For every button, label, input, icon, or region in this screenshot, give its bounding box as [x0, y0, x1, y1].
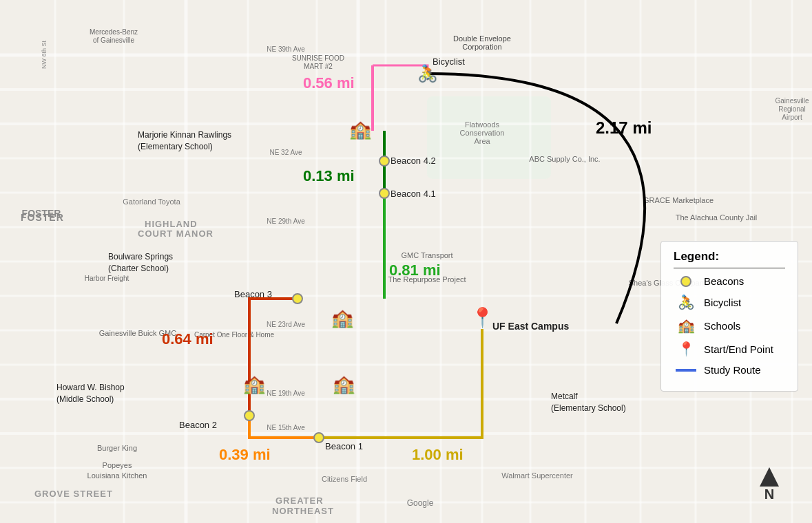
svg-text:Conservation: Conservation — [460, 129, 505, 137]
svg-text:NE 15th Ave: NE 15th Ave — [267, 424, 305, 431]
svg-text:NE 32 Ave: NE 32 Ave — [269, 149, 302, 156]
svg-text:Corporation: Corporation — [462, 43, 501, 51]
legend-bicyclist-label: Bicyclist — [704, 297, 741, 308]
svg-text:GMC Transport: GMC Transport — [401, 251, 452, 259]
school-icon-howard-1: 🏫 — [243, 374, 265, 395]
bicyclist-label: Bicyclist — [433, 56, 465, 67]
beacon-1 — [313, 432, 324, 443]
svg-text:The Repurpose Project: The Repurpose Project — [388, 275, 466, 284]
legend-schools-label: Schools — [704, 320, 740, 332]
svg-text:NE 39th Ave: NE 39th Ave — [267, 45, 305, 53]
svg-text:NE 23rd Ave: NE 23rd Ave — [267, 321, 305, 328]
svg-text:Burger King: Burger King — [97, 444, 137, 452]
legend-pin-icon: 📍 — [674, 341, 698, 357]
uf-east-label: UF East Campus — [492, 321, 569, 332]
place-highland: HIGHLAND — [145, 219, 198, 229]
north-arrow: N — [760, 467, 779, 502]
beacon-2-label: Beacon 2 — [179, 420, 217, 430]
legend-item-start-end: 📍 Start/End Point — [674, 341, 785, 357]
school-label-boulware: Boulware Springs(Charter School) — [108, 251, 173, 275]
legend-route-icon — [674, 369, 698, 372]
svg-text:of Gainesville: of Gainesville — [93, 36, 134, 44]
svg-text:Gainesville Buick GMC: Gainesville Buick GMC — [99, 329, 177, 337]
legend-beacon-icon — [674, 276, 698, 287]
svg-text:Gatorland Toyota: Gatorland Toyota — [123, 198, 180, 206]
svg-text:Regional: Regional — [778, 105, 805, 113]
beacon-3 — [292, 293, 303, 304]
svg-text:Airport: Airport — [782, 114, 802, 121]
svg-text:NE 29th Ave: NE 29th Ave — [267, 217, 305, 225]
bicyclist-icon: 🚴 — [417, 64, 438, 83]
legend-item-schools: 🏫 Schools — [674, 317, 785, 334]
beacon-41-label: Beacon 4.1 — [391, 189, 436, 199]
svg-text:Harbor Freight: Harbor Freight — [85, 275, 129, 282]
place-grove-street: GROVE STREET — [34, 489, 113, 499]
svg-text:Mercedes-Benz: Mercedes-Benz — [90, 28, 138, 36]
legend-title: Legend: — [674, 250, 785, 264]
svg-text:Citizens Field: Citizens Field — [322, 475, 367, 483]
svg-text:Flatwoods: Flatwoods — [465, 120, 500, 129]
legend-box: Legend: Beacons 🚴 Bicyclist 🏫 Schools 📍 … — [660, 241, 798, 392]
svg-text:MART #2: MART #2 — [304, 63, 333, 70]
svg-text:Google: Google — [407, 498, 434, 508]
legend-beacons-label: Beacons — [704, 275, 744, 287]
legend-study-route-label: Study Route — [704, 364, 761, 376]
north-arrow-triangle — [760, 467, 779, 487]
svg-text:Walmart Supercenter: Walmart Supercenter — [501, 471, 573, 480]
beacon-41 — [379, 188, 390, 199]
school-label-metcalf: Metcalf(Elementary School) — [551, 391, 626, 414]
legend-start-end-label: Start/End Point — [704, 343, 773, 355]
school-icon-boulware: 🏫 — [331, 308, 353, 329]
svg-text:NE 19th Ave: NE 19th Ave — [267, 389, 305, 397]
legend-item-study-route: Study Route — [674, 364, 785, 376]
legend-bicyclist-icon: 🚴 — [674, 294, 698, 310]
school-label-howard: Howard W. Bishop(Middle School) — [56, 382, 125, 405]
school-icon-howard-2: 🏫 — [333, 374, 355, 395]
svg-text:Area: Area — [474, 137, 490, 145]
legend-item-beacons: Beacons — [674, 275, 785, 287]
map-container: NE 39th Ave NE 32 Ave NE 29th Ave NE 23r… — [0, 0, 812, 523]
place-foster: FOSTER — [21, 212, 64, 223]
svg-text:SUNRISE FOOD: SUNRISE FOOD — [292, 54, 344, 62]
svg-text:NW 6th St: NW 6th St — [41, 40, 48, 69]
svg-text:Carpet One Floor & Home: Carpet One Floor & Home — [194, 331, 275, 339]
beacon-42-label: Beacon 4.2 — [391, 156, 436, 166]
beacon-3-label: Beacon 3 — [234, 289, 272, 299]
start-end-icon: 📍 — [470, 306, 495, 329]
svg-text:ABC Supply Co., Inc.: ABC Supply Co., Inc. — [529, 155, 600, 163]
beacon-42 — [379, 156, 390, 167]
place-court-manor: COURT MANOR — [138, 228, 214, 239]
beacon-1-label: Beacon 1 — [325, 441, 363, 451]
school-icon-marjorie: 🏫 — [349, 119, 371, 140]
svg-text:The Alachua County Jail: The Alachua County Jail — [676, 213, 758, 222]
svg-text:Double Envelope: Double Envelope — [453, 34, 511, 43]
svg-text:Gainesville: Gainesville — [775, 97, 809, 105]
svg-text:Popeyes: Popeyes — [103, 461, 132, 469]
place-northeast: NORTHEAST — [272, 506, 334, 516]
legend-school-icon: 🏫 — [674, 317, 698, 334]
place-greater-ne: GREATER — [275, 495, 324, 506]
svg-text:GRACE Marketplace: GRACE Marketplace — [643, 196, 714, 204]
svg-text:Louisiana Kitchen: Louisiana Kitchen — [87, 471, 147, 480]
beacon-2 — [244, 410, 255, 421]
north-arrow-label: N — [760, 487, 779, 502]
school-label-marjorie: Marjorie Kinnan Rawlings(Elementary Scho… — [138, 129, 231, 153]
legend-item-bicyclist: 🚴 Bicyclist — [674, 294, 785, 310]
